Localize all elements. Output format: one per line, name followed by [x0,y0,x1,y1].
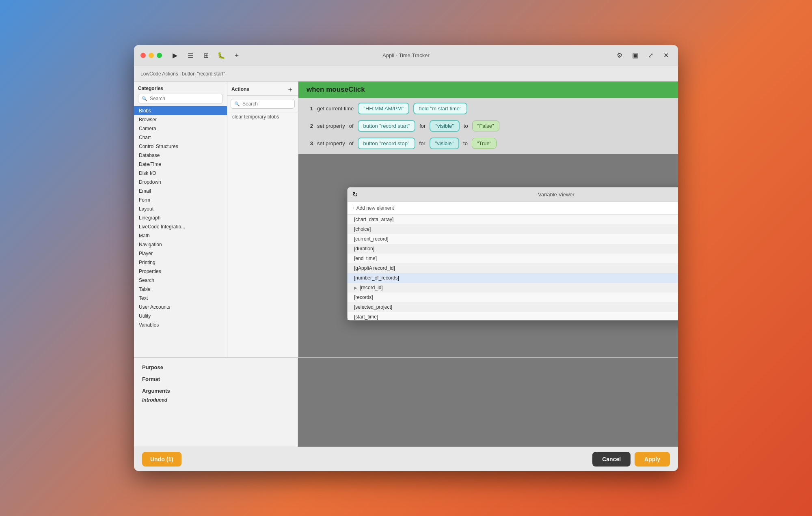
vv-toolbar: + Add new element [348,202,678,215]
variable-viewer: ↻ Variable Viewer ▣ ⤢ ✕ + Add new elemen… [347,187,678,320]
token-property-3[interactable]: "visible" [430,138,459,149]
layers-icon[interactable]: ⊞ [200,50,212,61]
vv-title-bar: ↻ Variable Viewer ▣ ⤢ ✕ [348,187,678,202]
vv-row-selected-project[interactable]: [selected_project] [348,302,678,312]
actions-search-box[interactable]: 🔍 [231,99,295,109]
row-num-2: 2 [307,123,313,129]
of-label-2: of [349,123,354,129]
category-item-camera[interactable]: Camera [134,124,227,133]
vv-var-name: [start_time] [354,314,378,320]
token-format[interactable]: "HH:MM AM/PM" [358,103,409,114]
chevron-right-icon: ▶ [354,286,357,290]
close-button[interactable] [140,53,146,58]
category-item-user-accounts[interactable]: User Accounts [134,303,227,312]
category-item-text[interactable]: Text [134,294,227,303]
bottom-panel: Purpose Format Arguments Introduced [134,357,678,447]
footer: Undo (1) Cancel Apply [134,447,678,471]
undo-button[interactable]: Undo (1) [142,452,181,467]
category-item-properties[interactable]: Properties [134,267,227,276]
actions-search-section: 🔍 [227,96,298,112]
vv-row-chart-data[interactable]: [chart_data_array] [348,215,678,224]
vv-add-button[interactable]: + Add new element [352,205,394,211]
token-target-3[interactable]: button "record stop" [358,138,415,149]
action-label-3: set property [317,140,345,146]
add-icon[interactable]: ＋ [231,50,242,61]
category-item-control-structures[interactable]: Control Structures [134,142,227,151]
footer-left: Undo (1) [142,452,181,467]
maximize-button[interactable] [157,53,162,58]
vv-row-number-of-records[interactable]: [number_of_records] [348,273,678,283]
category-item-printing[interactable]: Printing [134,258,227,267]
category-item-browser[interactable]: Browser [134,115,227,124]
info-format: Format [142,376,289,382]
minimize-button[interactable] [149,53,154,58]
category-item-dropdown[interactable]: Dropdown [134,178,227,187]
vv-row-gapplia[interactable]: [gAppliA record_id] [348,263,678,273]
row-num-1: 1 [307,105,313,112]
vv-title: Variable Viewer [358,191,678,198]
vv-row-start-time[interactable]: [start_time] [348,312,678,320]
categories-search-input[interactable] [150,96,219,101]
play-icon[interactable]: ▶ [169,50,181,61]
action-label-1: get current time [317,105,354,112]
title-bar-right: ⚙ ▣ ⤢ ✕ [614,50,672,61]
vv-var-name: [current_record] [354,236,389,242]
apply-button[interactable]: Apply [635,452,670,467]
format-label: Format [142,376,289,382]
to-label-2: to [464,123,468,129]
category-item-math[interactable]: Math [134,231,227,240]
token-target-2[interactable]: button "record start" [358,120,416,132]
title-bar-left: ▶ ☰ ⊞ 🐛 ＋ [140,50,242,61]
vv-var-name: [gAppliA record_id] [354,265,395,271]
close-icon[interactable]: ✕ [660,50,672,61]
vv-row-records[interactable]: [records] [348,292,678,302]
category-item-chart[interactable]: Chart [134,133,227,142]
token-property-2[interactable]: "visible" [430,120,459,132]
categories-search-box[interactable]: 🔍 [138,94,223,103]
refresh-icon[interactable]: ↻ [352,191,358,198]
token-value-2[interactable]: "False" [472,120,499,131]
vv-row-current-record[interactable]: [current_record] [348,234,678,244]
category-item-blobs[interactable]: Blobs [134,106,227,115]
purpose-label: Purpose [142,364,289,370]
category-item-database[interactable]: Database [134,151,227,160]
categories-title: Categories [138,86,223,91]
main-body: Categories 🔍 Blobs Browser Camera Chart … [134,82,678,357]
vv-var-name: [duration] [354,246,374,252]
vv-row-end-time[interactable]: [end_time] [348,254,678,263]
sidebar-icon[interactable]: ▣ [629,50,641,61]
category-item-navigation[interactable]: Navigation [134,240,227,249]
gear-icon[interactable]: ⚙ [614,50,625,61]
vv-row-record-id[interactable]: ▶[record_id] [348,283,678,292]
code-area: when mouseClick 1 get current time "HH:M… [298,82,678,357]
category-item-disk-io[interactable]: Disk I/O [134,169,227,178]
sidebar-categories: Categories 🔍 Blobs Browser Camera Chart … [134,82,227,357]
category-item-variables[interactable]: Variables [134,320,227,329]
cancel-button[interactable]: Cancel [592,452,631,467]
token-value-3[interactable]: "True" [472,138,497,149]
info-purpose: Purpose [142,364,289,370]
category-item-search[interactable]: Search [134,276,227,285]
category-item-form[interactable]: Form [134,196,227,204]
category-item-email[interactable]: Email [134,187,227,196]
token-field[interactable]: field "m start time" [413,103,467,114]
vv-body-wrap: [chart_data_array] [choice] [current_rec… [348,215,678,320]
document-icon[interactable]: ☰ [185,50,196,61]
event-header: when mouseClick [298,82,678,98]
action-item-clear-blobs[interactable]: clear temporary blobs [227,112,298,121]
category-item-datetime[interactable]: Date/Time [134,160,227,169]
category-item-linegraph[interactable]: Linegraph [134,213,227,222]
category-item-table[interactable]: Table [134,285,227,294]
vv-row-choice[interactable]: [choice] [348,224,678,234]
add-action-button[interactable]: ＋ [287,86,294,93]
fullscreen-icon[interactable]: ⤢ [645,50,656,61]
actions-search-input[interactable] [242,101,291,107]
introduced-label: Introduced [142,397,289,403]
bug-icon[interactable]: 🐛 [216,50,227,61]
category-item-utility[interactable]: Utility [134,312,227,320]
vv-row-duration[interactable]: [duration] [348,244,678,254]
category-item-layout[interactable]: Layout [134,204,227,213]
category-item-player[interactable]: Player [134,249,227,258]
category-item-livecode[interactable]: LiveCode Integratio... [134,222,227,231]
action-bar-label: LowCode Actions | button "record start" [140,71,225,77]
